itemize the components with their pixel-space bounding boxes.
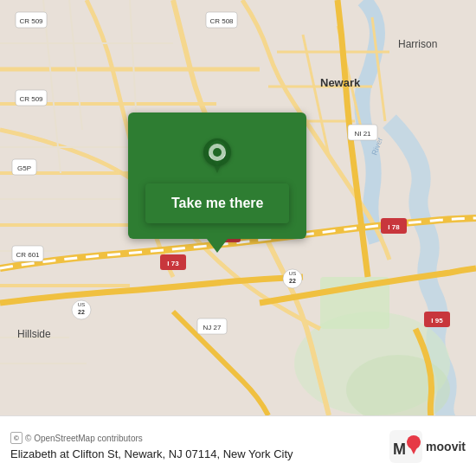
svg-text:CR 601: CR 601 bbox=[16, 251, 40, 259]
address-text: Elizabeth at Clifton St, Newark, NJ 0711… bbox=[10, 447, 293, 460]
svg-text:22: 22 bbox=[289, 278, 296, 284]
moovit-label: moovit bbox=[426, 440, 466, 453]
svg-text:CR 509: CR 509 bbox=[19, 95, 43, 103]
cta-box: Take me there bbox=[128, 113, 306, 239]
map-container: CR 509 CR 508 CR 509 G5P NI 21 CR 601 I … bbox=[0, 0, 476, 415]
take-me-there-button[interactable]: Take me there bbox=[145, 183, 289, 223]
svg-text:I 73: I 73 bbox=[167, 260, 179, 267]
svg-text:M: M bbox=[393, 441, 406, 458]
svg-text:Harrison: Harrison bbox=[398, 38, 437, 50]
svg-text:I 95: I 95 bbox=[431, 317, 443, 325]
svg-text:NJ 27: NJ 27 bbox=[203, 324, 222, 331]
svg-marker-59 bbox=[212, 161, 222, 173]
svg-text:US: US bbox=[289, 271, 296, 276]
svg-text:CR 509: CR 509 bbox=[19, 17, 43, 25]
cta-overlay[interactable]: Take me there bbox=[128, 113, 306, 253]
svg-text:22: 22 bbox=[78, 309, 85, 315]
moovit-logo: M moovit bbox=[389, 430, 466, 463]
bottom-bar: © © OpenStreetMap contributors Elizabeth… bbox=[0, 415, 476, 476]
svg-text:I 78: I 78 bbox=[388, 223, 400, 231]
address-section: © © OpenStreetMap contributors Elizabeth… bbox=[10, 432, 293, 460]
svg-text:Hillside: Hillside bbox=[17, 328, 51, 340]
cta-pointer bbox=[207, 239, 228, 253]
osm-credit-text: © OpenStreetMap contributors bbox=[25, 434, 143, 443]
svg-text:US: US bbox=[78, 302, 85, 307]
osm-logo: © bbox=[10, 432, 23, 444]
osm-credit: © © OpenStreetMap contributors bbox=[10, 432, 293, 444]
svg-text:G5P: G5P bbox=[17, 164, 31, 172]
moovit-icon: M bbox=[389, 430, 422, 463]
svg-text:NI 21: NI 21 bbox=[354, 130, 371, 138]
svg-text:CR 508: CR 508 bbox=[209, 17, 234, 25]
svg-text:Newark: Newark bbox=[320, 76, 361, 89]
map-pin-icon bbox=[202, 138, 233, 175]
